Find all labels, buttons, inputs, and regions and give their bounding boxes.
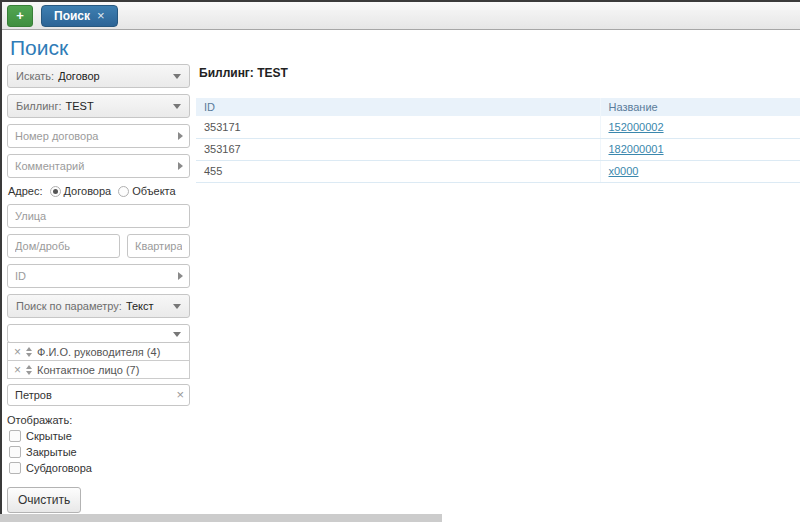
window-border-top [0, 0, 800, 2]
caret-down-icon [173, 74, 181, 79]
contract-link[interactable]: 152000002 [609, 121, 664, 133]
table-row: 455 x0000 [196, 160, 800, 182]
remove-icon[interactable]: × [12, 346, 23, 358]
table-header-name[interactable]: Название [600, 98, 800, 116]
add-tab-button[interactable]: + [7, 5, 33, 27]
checkbox-closed[interactable] [9, 446, 21, 458]
tab-bar: + Поиск × [2, 2, 800, 30]
clear-button[interactable]: Очистить [7, 487, 81, 513]
clear-input-icon[interactable]: × [176, 387, 184, 403]
contract-id: 353167 [196, 138, 600, 160]
radio-address-contract[interactable] [50, 186, 61, 197]
address-radio-group: Адрес: Договора Объекта [8, 184, 190, 198]
param-search-label: Поиск по параметру: [16, 300, 122, 312]
contract-id: 353171 [196, 116, 600, 138]
checkbox-hidden[interactable] [9, 430, 21, 442]
radio-address-contract-label[interactable]: Договора [64, 185, 112, 197]
caret-down-icon [173, 104, 181, 109]
expand-right-icon[interactable] [178, 162, 183, 170]
tab-close-icon[interactable]: × [97, 8, 105, 23]
billing-label: Биллинг: [16, 100, 62, 112]
caret-down-icon [173, 332, 181, 337]
tab-search[interactable]: Поиск × [41, 5, 118, 27]
param-item-contact: × Контактное лицо (7) [7, 360, 190, 379]
street-input[interactable] [7, 204, 190, 228]
param-add-select[interactable] [7, 324, 190, 343]
search-form: Искать: Договор Биллинг: TEST Адрес: Дог… [7, 64, 190, 513]
table-header-id[interactable]: ID [196, 98, 600, 116]
caret-down-icon [173, 304, 181, 309]
radio-address-object[interactable] [118, 186, 129, 197]
results-heading: Биллинг: TEST [199, 66, 288, 80]
bottom-scrollbar[interactable] [0, 514, 442, 522]
display-label: Отображать: [7, 414, 190, 426]
comment-input[interactable] [7, 154, 190, 178]
remove-icon[interactable]: × [12, 364, 23, 376]
expand-right-icon[interactable] [178, 132, 183, 140]
checkbox-hidden-label[interactable]: Скрытые [26, 430, 72, 442]
param-search-value: Текст [126, 300, 154, 312]
contract-number-input[interactable] [7, 124, 190, 148]
address-label: Адрес: [8, 185, 43, 197]
page-title: Поиск [10, 36, 68, 60]
param-item-label: Контактное лицо (7) [37, 364, 139, 376]
id-input[interactable] [7, 264, 190, 288]
expand-right-icon[interactable] [178, 272, 183, 280]
table-row: 353171 152000002 [196, 116, 800, 138]
radio-address-object-label[interactable]: Объекта [132, 185, 175, 197]
sort-handle-icon[interactable] [26, 347, 32, 357]
house-input[interactable] [7, 234, 120, 258]
checkbox-closed-label[interactable]: Закрытые [26, 446, 77, 458]
results-table: ID Название 353171 152000002 353167 1820… [196, 98, 800, 183]
sort-handle-icon[interactable] [26, 365, 32, 375]
table-row: 353167 182000001 [196, 138, 800, 160]
window-border-left [0, 0, 2, 514]
param-item-fio: × Ф.И.О. руководителя (4) [7, 342, 190, 361]
param-item-label: Ф.И.О. руководителя (4) [37, 346, 160, 358]
apartment-input[interactable] [127, 234, 190, 258]
checkbox-subcontracts-label[interactable]: Субдоговора [26, 462, 92, 474]
search-type-label: Искать: [16, 70, 54, 82]
tab-label: Поиск [54, 9, 90, 23]
param-value-input[interactable] [7, 384, 190, 406]
billing-select[interactable]: Биллинг: TEST [7, 94, 190, 118]
checkbox-subcontracts[interactable] [9, 462, 21, 474]
table-header-row: ID Название [196, 98, 800, 116]
contract-id: 455 [196, 160, 600, 182]
contract-link[interactable]: 182000001 [609, 143, 664, 155]
search-type-select[interactable]: Искать: Договор [7, 64, 190, 88]
param-search-select[interactable]: Поиск по параметру: Текст [7, 294, 190, 318]
contract-link[interactable]: x0000 [609, 165, 639, 177]
billing-value: TEST [66, 100, 94, 112]
search-type-value: Договор [58, 70, 100, 82]
